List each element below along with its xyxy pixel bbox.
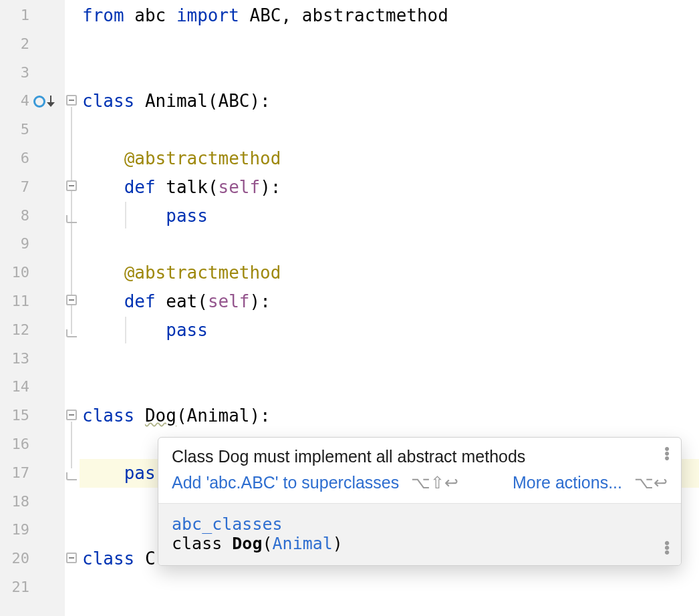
gutter-line[interactable]: 16: [0, 430, 65, 459]
code-line[interactable]: pass: [80, 202, 699, 230]
popup-actions: Add 'abc.ABC' to superclasses ⌥⇧↩ More a…: [172, 473, 668, 492]
file-reference-link[interactable]: abc_classes: [172, 514, 283, 534]
line-number: 8: [5, 202, 29, 230]
code-line[interactable]: class Animal(ABC):: [80, 87, 699, 116]
code-line[interactable]: [80, 345, 699, 373]
gutter-line[interactable]: 13: [0, 345, 65, 373]
line-number: 3: [5, 59, 29, 88]
line-number: 7: [5, 173, 29, 202]
signature-keyword: class: [172, 534, 232, 553]
gutter-line[interactable]: 20: [0, 545, 65, 573]
line-number: 9: [5, 230, 29, 259]
popup-options-icon[interactable]: •••: [661, 447, 673, 461]
gutter-line[interactable]: 18: [0, 488, 65, 516]
popup-options-icon[interactable]: •••: [661, 542, 673, 556]
line-number: 16: [5, 430, 29, 459]
gutter-line[interactable]: 9: [0, 230, 65, 259]
line-number: 18: [5, 488, 29, 516]
shortcut-label: ⌥⇧↩: [411, 473, 458, 492]
quickfix-link[interactable]: Add 'abc.ABC' to superclasses: [172, 473, 399, 492]
gutter-line[interactable]: 15: [0, 402, 65, 430]
gutter-line[interactable]: 12: [0, 316, 65, 345]
gutter-line[interactable]: 8: [0, 202, 65, 230]
inspection-message: Class Dog must implement all abstract me…: [172, 447, 668, 466]
fold-toggle-icon[interactable]: [66, 295, 77, 305]
gutter-line[interactable]: 19: [0, 516, 65, 545]
code-line[interactable]: [80, 573, 699, 602]
breakpoint-ring-icon: [33, 96, 45, 108]
line-number: 10: [5, 259, 29, 287]
line-number: 1: [5, 1, 29, 30]
fold-toggle-icon[interactable]: [66, 553, 77, 563]
gutter-line[interactable]: 4: [0, 87, 65, 116]
base-class-link[interactable]: Animal: [273, 534, 333, 553]
line-number: 4: [5, 87, 29, 116]
signature-classname: Dog: [232, 534, 262, 553]
fold-strip: [65, 0, 80, 616]
fold-guide: [71, 422, 72, 468]
code-line[interactable]: pass: [80, 316, 699, 345]
line-number: 11: [5, 287, 29, 316]
inspection-popup: ••• Class Dog must implement all abstrac…: [158, 437, 682, 566]
fold-toggle-icon[interactable]: [66, 410, 77, 420]
gutter-line[interactable]: 3: [0, 59, 65, 88]
code-line[interactable]: def talk(self):: [80, 173, 699, 202]
line-number: 2: [5, 30, 29, 59]
line-number: 17: [5, 459, 29, 488]
code-line[interactable]: def eat(self):: [80, 287, 699, 316]
line-number: 20: [5, 545, 29, 573]
line-number: 5: [5, 116, 29, 144]
gutter-line[interactable]: 10: [0, 259, 65, 287]
code-line[interactable]: [80, 230, 699, 259]
line-number: 6: [5, 144, 29, 173]
gutter-line[interactable]: 6: [0, 144, 65, 173]
gutter-line[interactable]: 5: [0, 116, 65, 144]
gutter-line[interactable]: 1: [0, 1, 65, 30]
run-gutter-icon[interactable]: [33, 96, 55, 108]
gutter-line[interactable]: 2: [0, 30, 65, 59]
popup-context: ••• abc_classes class Dog(Animal): [158, 503, 681, 565]
code-line[interactable]: class Dog(Animal):: [80, 402, 699, 430]
line-number: 14: [5, 373, 29, 402]
line-number: 15: [5, 402, 29, 430]
fold-end-icon: [66, 472, 77, 480]
gutter-line[interactable]: 11: [0, 287, 65, 316]
gutter-line[interactable]: 21: [0, 573, 65, 602]
line-number: 21: [5, 573, 29, 602]
line-number: 19: [5, 516, 29, 545]
gutter-line[interactable]: 7: [0, 173, 65, 202]
code-line[interactable]: @abstractmethod: [80, 259, 699, 287]
gutter-line[interactable]: 17: [0, 459, 65, 488]
code-line[interactable]: [80, 30, 699, 59]
line-number: 13: [5, 345, 29, 373]
shortcut-label: ⌥↩: [634, 473, 668, 492]
gutter-line[interactable]: 14: [0, 373, 65, 402]
line-number: 12: [5, 316, 29, 345]
fold-end-icon: [66, 215, 77, 223]
popup-header: ••• Class Dog must implement all abstrac…: [158, 438, 681, 503]
code-line[interactable]: [80, 116, 699, 144]
fold-toggle-icon[interactable]: [66, 95, 77, 106]
more-actions-link[interactable]: More actions...: [513, 473, 622, 492]
run-arrow-icon: [47, 96, 55, 108]
code-line[interactable]: from abc import ABC, abstractmethod: [80, 1, 699, 30]
warning-span[interactable]: Dog: [145, 406, 176, 426]
code-line[interactable]: [80, 59, 699, 88]
code-line[interactable]: [80, 373, 699, 402]
gutter: 1 2 3 4 5 6 7 8 9 10 11 12 13 14 15 16 1…: [0, 0, 65, 616]
fold-toggle-icon[interactable]: [66, 180, 77, 191]
code-line[interactable]: @abstractmethod: [80, 144, 699, 173]
fold-end-icon: [66, 329, 77, 337]
